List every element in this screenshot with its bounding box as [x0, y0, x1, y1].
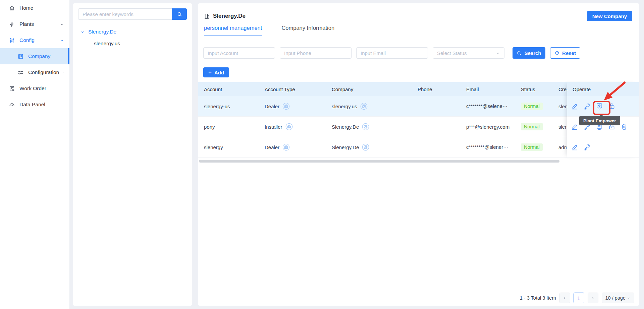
account-type-badge-icon: [282, 143, 290, 151]
email-cell: c********@slener⋯: [461, 144, 515, 150]
column-header: Status: [515, 86, 553, 92]
sidebar-item-label: Company: [28, 53, 50, 59]
new-company-button[interactable]: New Company: [587, 11, 632, 21]
column-header: Crea: [553, 86, 567, 92]
edit-icon[interactable]: [571, 103, 578, 110]
main-panel: Slenergy.De New Company personnel manage…: [198, 3, 639, 306]
add-button[interactable]: + Add: [203, 67, 229, 77]
status-select[interactable]: Select Status: [433, 47, 504, 59]
data-panel-icon: [9, 102, 15, 108]
edit-icon[interactable]: [571, 123, 578, 130]
building-icon: [204, 13, 210, 19]
key-icon[interactable]: [583, 103, 591, 110]
table-row: ponyInstallerSlenergy.Dep***@slenergy.co…: [198, 117, 567, 137]
column-header: Phone: [412, 86, 461, 92]
page-title-text: Slenergy.De: [213, 13, 246, 19]
sidebar: Home Plants Config Company Configuration…: [0, 0, 70, 309]
email-cell: p***@slenergy.com: [461, 124, 515, 130]
tabs-divider: [198, 36, 639, 36]
column-header: Company: [326, 86, 412, 92]
horizontal-scrollbar[interactable]: [199, 160, 559, 163]
created-by-cell: slen: [553, 124, 567, 130]
chevron-down-icon: [80, 30, 85, 34]
filter-bar: Select Status Search Reset: [203, 47, 580, 59]
search-button[interactable]: Search: [513, 47, 545, 59]
sidebar-item-home[interactable]: Home: [0, 0, 69, 16]
chevron-right-icon: [591, 296, 595, 300]
chevron-down-icon: [496, 51, 500, 55]
account-cell: slenergy-us: [198, 104, 259, 109]
lock-icon[interactable]: [608, 103, 615, 110]
plus-icon: +: [208, 69, 212, 76]
chevron-up-icon: [60, 38, 64, 43]
search-icon: [517, 51, 522, 56]
company-badge-icon: [360, 103, 368, 110]
reset-button[interactable]: Reset: [550, 47, 580, 59]
plant-empower-icon[interactable]: [596, 103, 603, 110]
account-type-cell: Dealer: [259, 103, 326, 110]
account-cell: pony: [198, 124, 259, 130]
chevron-left-icon: [562, 296, 567, 300]
chevron-down-icon: [60, 22, 64, 26]
company-tree-panel: Slenergy.De slenergy.us: [73, 3, 192, 306]
sidebar-item-label: Plants: [19, 21, 34, 27]
table-header-row: AccountAccount TypeCompanyPhoneEmailStat…: [198, 82, 567, 96]
tree-search-button[interactable]: [172, 8, 187, 20]
tree-node-label: Slenergy.De: [88, 29, 116, 35]
sidebar-item-company[interactable]: Company: [0, 48, 69, 64]
sidebar-item-work-order[interactable]: Work Order: [0, 80, 69, 97]
page-title: Slenergy.De: [204, 13, 246, 19]
table-row: slenergy-usDealerslenergy.usc*******@sel…: [198, 96, 567, 117]
email-filter-input[interactable]: [356, 47, 428, 59]
pagination-summary: 1 - 3 Total 3 Item: [520, 295, 556, 301]
home-icon: [9, 5, 15, 11]
operate-cell: [567, 137, 639, 158]
sidebar-item-label: Configuration: [28, 69, 59, 75]
sidebar-item-label: Config: [19, 37, 35, 43]
account-cell: slenergy: [198, 144, 259, 150]
sidebar-item-config[interactable]: Config: [0, 32, 69, 48]
sidebar-item-data-panel[interactable]: Data Panel: [0, 97, 69, 113]
status-badge: Normal: [521, 143, 543, 151]
sidebar-item-plants[interactable]: Plants: [0, 16, 69, 32]
account-type-badge-icon: [282, 103, 290, 110]
sidebar-item-label: Work Order: [19, 85, 46, 91]
phone-filter-input[interactable]: [280, 47, 352, 59]
table-scroll-area: AccountAccount TypeCompanyPhoneEmailStat…: [198, 82, 567, 158]
created-by-cell: slen: [553, 104, 567, 109]
company-icon: [17, 53, 24, 60]
company-cell: Slenergy.De: [326, 143, 412, 151]
account-type-badge-icon: [285, 123, 293, 130]
key-icon[interactable]: [583, 143, 591, 151]
tab-company-information[interactable]: Company Information: [281, 25, 334, 36]
configuration-icon: [17, 69, 24, 76]
edit-icon[interactable]: [571, 143, 578, 151]
page-size-select[interactable]: 10 / page: [602, 293, 634, 303]
created-by-cell: adm: [553, 144, 567, 150]
plant-empower-tooltip: Plant Empower: [579, 116, 620, 125]
reset-icon: [554, 51, 559, 56]
status-badge: Normal: [521, 123, 543, 130]
pagination: 1 - 3 Total 3 Item 1 10 / page: [520, 293, 634, 303]
prev-page-button[interactable]: [559, 293, 570, 303]
tree-node-child[interactable]: slenergy.us: [94, 41, 192, 47]
keywords-search-input[interactable]: [78, 8, 172, 20]
status-select-placeholder: Select Status: [437, 50, 467, 56]
next-page-button[interactable]: [588, 293, 598, 303]
status-badge: Normal: [521, 103, 543, 110]
email-cell: c*******@selene⋯: [461, 103, 515, 109]
page-number-button[interactable]: 1: [574, 293, 584, 303]
tab-personnel-management[interactable]: personnel management: [204, 25, 262, 36]
sidebar-item-configuration[interactable]: Configuration: [0, 64, 69, 80]
tree-node-root[interactable]: Slenergy.De: [80, 29, 192, 35]
status-cell: Normal: [515, 123, 553, 130]
config-icon: [9, 37, 15, 44]
plants-icon: [9, 21, 15, 27]
delete-icon[interactable]: [621, 123, 628, 130]
tree-node-label: slenergy.us: [94, 41, 120, 46]
operate-cell: [567, 96, 639, 117]
chevron-down-icon: [63, 70, 64, 75]
account-filter-input[interactable]: [203, 47, 275, 59]
tabs: personnel management Company Information: [204, 25, 334, 36]
chevron-down-icon: [627, 296, 631, 300]
